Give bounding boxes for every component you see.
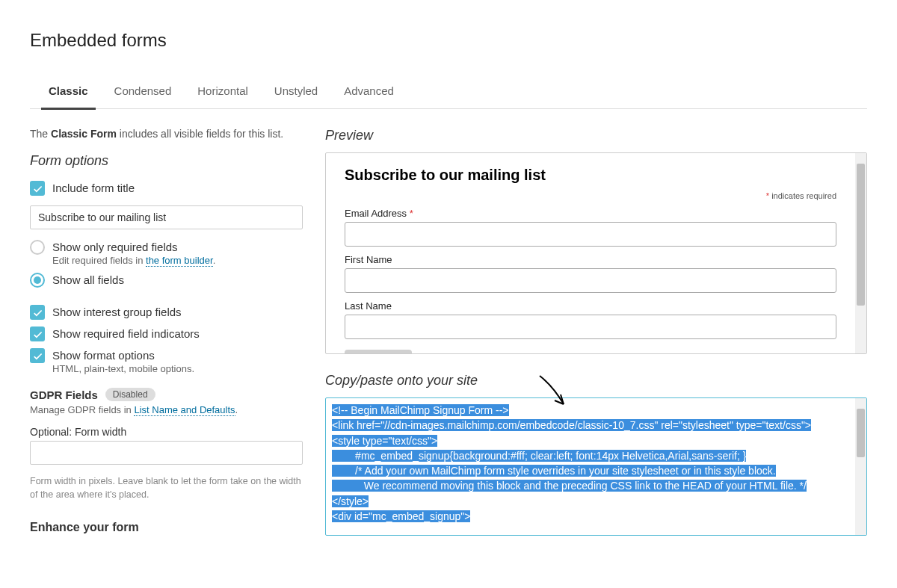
form-width-input[interactable]	[30, 441, 303, 465]
code-scroll-thumb[interactable]	[857, 409, 865, 457]
tab-bar: Classic Condensed Horizontal Unstyled Ad…	[30, 84, 867, 109]
gdpr-link[interactable]: List Name and Defaults	[134, 404, 235, 416]
embed-code-text[interactable]: <!-- Begin MailChimp Signup Form --> <li…	[326, 398, 855, 535]
check-icon	[33, 184, 43, 194]
code-scrollbar[interactable]	[855, 398, 866, 535]
preview-scroll-thumb[interactable]	[857, 164, 865, 306]
gdpr-manage: Manage GDPR fields in List Name and Defa…	[30, 404, 303, 415]
preview-email-input[interactable]	[345, 222, 836, 247]
gdpr-badge: Disabled	[105, 388, 155, 401]
preview-scrollbar[interactable]	[855, 153, 866, 353]
tab-horizontal[interactable]: Horizontal	[197, 84, 248, 108]
include-title-checkbox[interactable]	[30, 181, 45, 196]
preview-form-title: Subscribe to our mailing list	[345, 167, 836, 184]
preview-firstname-input[interactable]	[345, 268, 836, 293]
required-indicators-label: Show required field indicators	[52, 327, 200, 340]
intro-text: The Classic Form includes all visible fi…	[30, 128, 303, 140]
check-icon	[33, 308, 43, 318]
preview-email-label: Email Address *	[345, 208, 836, 219]
required-indicators-checkbox[interactable]	[30, 327, 45, 341]
tab-condensed[interactable]: Condensed	[114, 84, 172, 108]
format-options-label: Show format options	[52, 348, 194, 362]
show-all-label: Show all fields	[52, 273, 124, 286]
enhance-heading: Enhance your form	[30, 521, 303, 534]
preview-lastname-label: Last Name	[345, 300, 836, 312]
format-options-subtext: HTML, plain-text, mobile options.	[52, 363, 194, 374]
page-title: Embedded forms	[30, 30, 867, 51]
interest-groups-checkbox[interactable]	[30, 305, 45, 320]
show-required-label: Show only required fields	[52, 240, 215, 253]
preview-firstname-label: First Name	[345, 254, 836, 265]
show-required-radio[interactable]	[30, 240, 45, 255]
embed-code-box[interactable]: <!-- Begin MailChimp Signup Form --> <li…	[325, 397, 867, 536]
form-width-label: Optional: Form width	[30, 426, 303, 438]
show-all-radio[interactable]	[30, 273, 45, 288]
show-required-subtext: Edit required fields in the form builder…	[52, 255, 215, 266]
preview-heading: Preview	[325, 128, 867, 143]
form-title-input[interactable]	[30, 205, 303, 229]
copy-heading: Copy/paste onto your site	[325, 373, 867, 389]
preview-button-stub	[345, 350, 412, 354]
gdpr-label: GDPR Fields	[30, 389, 98, 401]
check-icon	[33, 351, 43, 361]
form-width-help: Form width in pixels. Leave blank to let…	[30, 475, 303, 501]
include-title-label: Include form title	[52, 181, 135, 194]
tab-advanced[interactable]: Advanced	[344, 84, 394, 108]
check-icon	[33, 329, 43, 339]
tab-unstyled[interactable]: Unstyled	[274, 84, 318, 108]
form-options-heading: Form options	[30, 153, 303, 169]
required-indicator-hint: * indicates required	[345, 191, 836, 200]
interest-groups-label: Show interest group fields	[52, 305, 182, 318]
form-builder-link[interactable]: the form builder	[146, 255, 213, 267]
preview-box: Subscribe to our mailing list * indicate…	[325, 152, 867, 354]
preview-lastname-input[interactable]	[345, 315, 836, 339]
tab-classic[interactable]: Classic	[49, 84, 88, 108]
format-options-checkbox[interactable]	[30, 348, 45, 363]
